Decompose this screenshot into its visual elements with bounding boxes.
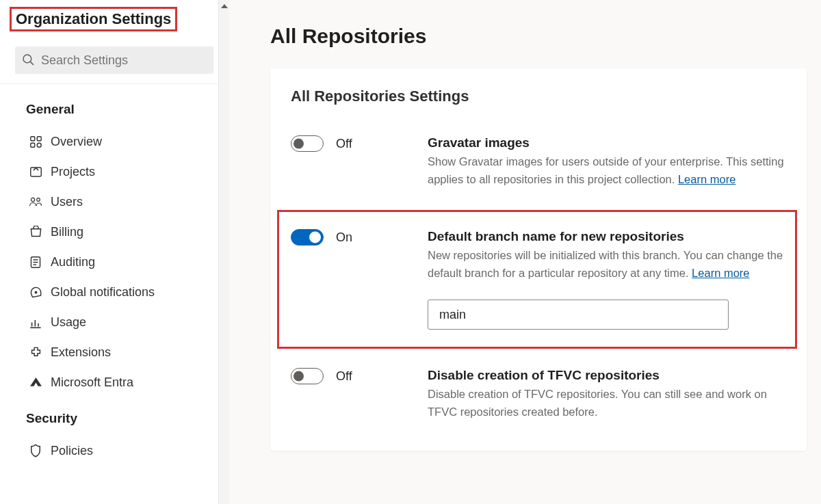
svg-point-8 [37,198,40,202]
sidebar-item-label: Billing [51,225,83,239]
sidebar-item-notifications[interactable]: Global notifications [0,277,229,307]
search-input-wrap[interactable] [15,47,213,74]
toggle-tfvc[interactable] [291,368,324,384]
setting-desc: Disable creation of TFVC repositories. Y… [428,386,790,421]
overview-icon [27,133,44,150]
setting-title: Disable creation of TFVC repositories [428,368,790,383]
notifications-icon [27,284,44,300]
sidebar-item-label: Global notifications [51,285,155,300]
setting-row-default-branch: On Default branch name for new repositor… [277,210,797,349]
sidebar-item-label: Extensions [51,345,111,360]
learn-more-link[interactable]: Learn more [692,267,749,279]
users-icon [27,194,44,210]
sidebar-item-label: Usage [51,315,86,330]
billing-icon [27,224,44,240]
sidebar-item-auditing[interactable]: Auditing [0,247,229,277]
auditing-icon [27,254,44,270]
setting-title: Gravatar images [428,135,790,150]
sidebar-item-label: Policies [51,444,93,458]
svg-point-5 [37,143,41,147]
search-input[interactable] [41,53,207,68]
extensions-icon [27,344,44,360]
sidebar-item-extensions[interactable]: Extensions [0,337,229,367]
sidebar-item-label: Projects [51,165,95,179]
sidebar-item-overview[interactable]: Overview [0,127,229,157]
setting-row-tfvc: Off Disable creation of TFVC repositorie… [270,358,807,430]
entra-icon [27,374,44,390]
page-title: All Repositories [270,25,821,48]
toggle-state-label: Off [336,137,352,151]
svg-point-7 [31,198,34,201]
learn-more-link[interactable]: Learn more [678,173,735,185]
policies-icon [27,442,44,459]
sidebar-item-users[interactable]: Users [0,187,229,217]
toggle-state-label: Off [336,369,352,384]
default-branch-input[interactable] [428,300,729,330]
sidebar-scrollbar[interactable] [218,0,229,504]
nav-section-general: General [0,99,229,127]
sidebar-item-policies[interactable]: Policies [0,436,229,466]
svg-rect-4 [30,143,34,147]
sidebar-item-entra[interactable]: Microsoft Entra [0,367,229,397]
svg-rect-2 [30,136,34,140]
svg-rect-6 [30,167,40,176]
projects-icon [27,163,44,180]
main-content: All Repositories All Repositories Settin… [229,0,821,504]
sidebar-item-label: Overview [51,135,102,149]
svg-rect-3 [37,136,41,140]
scroll-up-icon[interactable] [219,1,229,11]
usage-icon [27,314,44,330]
search-icon [22,53,41,68]
sidebar-item-billing[interactable]: Billing [0,217,229,247]
toggle-state-label: On [336,230,352,245]
sidebar-item-label: Auditing [51,255,95,269]
setting-desc: New repositories will be initialized wit… [428,247,787,282]
setting-row-gravatar: Off Gravatar images Show Gravatar images… [270,126,807,198]
svg-point-0 [23,55,31,63]
nav-section-security: Security [0,408,229,436]
toggle-default-branch[interactable] [291,229,324,246]
setting-title: Default branch name for new repositories [428,229,787,244]
card-title: All Repositories Settings [270,88,807,126]
sidebar-item-usage[interactable]: Usage [0,307,229,337]
svg-point-13 [35,291,36,293]
svg-line-1 [30,62,34,65]
settings-card: All Repositories Settings Off Gravatar i… [270,68,807,451]
toggle-gravatar[interactable] [291,135,324,152]
sidebar-item-projects[interactable]: Projects [0,157,229,187]
sidebar: Organization Settings General Overview [0,0,229,504]
setting-desc: Show Gravatar images for users outside o… [428,153,790,188]
sidebar-title: Organization Settings [10,7,177,31]
sidebar-item-label: Users [51,195,83,209]
sidebar-item-label: Microsoft Entra [51,375,133,390]
